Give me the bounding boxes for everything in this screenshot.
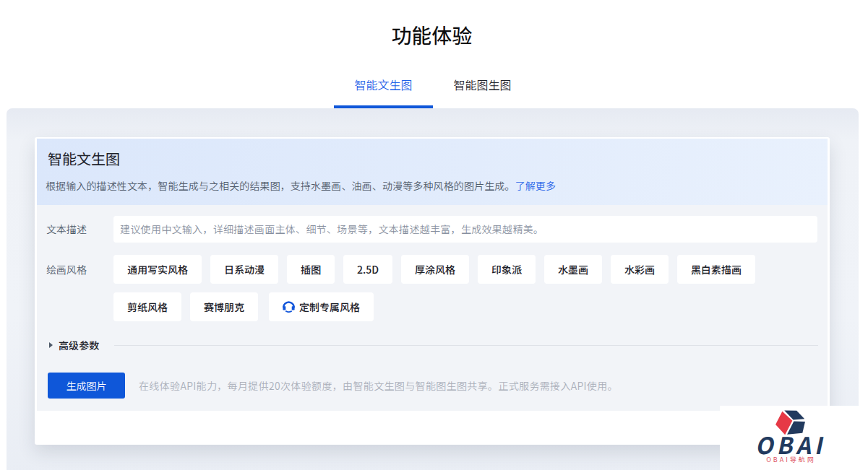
svg-text:OBAI导航网: OBAI导航网 [766,455,816,464]
